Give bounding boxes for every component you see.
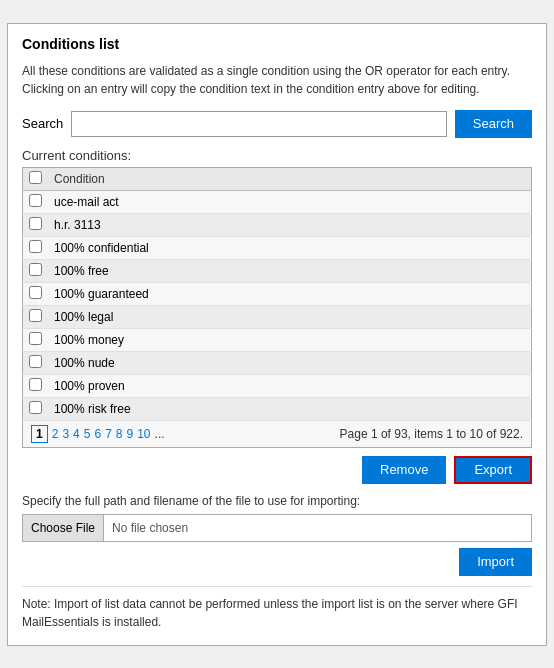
table-row[interactable]: 100% proven: [23, 374, 532, 397]
search-label: Search: [22, 116, 63, 131]
row-checkbox-cell: [23, 351, 49, 374]
condition-cell: 100% guaranteed: [48, 282, 532, 305]
import-file-row: Choose File No file chosen: [22, 514, 532, 542]
description-text: All these conditions are validated as a …: [22, 62, 532, 98]
row-checkbox-cell: [23, 397, 49, 420]
row-checkbox-cell: [23, 213, 49, 236]
page-link[interactable]: 3: [62, 427, 69, 441]
remove-button[interactable]: Remove: [362, 456, 446, 484]
search-input[interactable]: [71, 111, 447, 137]
row-checkbox-cell: [23, 328, 49, 351]
export-button[interactable]: Export: [454, 456, 532, 484]
row-checkbox[interactable]: [29, 378, 42, 391]
active-page[interactable]: 1: [31, 425, 48, 443]
import-label: Specify the full path and filename of th…: [22, 494, 532, 508]
row-checkbox[interactable]: [29, 217, 42, 230]
condition-cell: 100% money: [48, 328, 532, 351]
page-link[interactable]: 2: [52, 427, 59, 441]
window-title: Conditions list: [22, 36, 532, 52]
header-checkbox-cell: [23, 167, 49, 190]
table-row[interactable]: 100% confidential: [23, 236, 532, 259]
condition-cell: 100% risk free: [48, 397, 532, 420]
current-conditions-label: Current conditions:: [22, 148, 532, 163]
note-text: Note: Import of list data cannot be perf…: [22, 586, 532, 631]
row-checkbox[interactable]: [29, 240, 42, 253]
page-link[interactable]: 7: [105, 427, 112, 441]
table-row[interactable]: 100% legal: [23, 305, 532, 328]
row-checkbox-cell: [23, 236, 49, 259]
condition-cell: 100% confidential: [48, 236, 532, 259]
page-info: Page 1 of 93, items 1 to 10 of 922.: [340, 427, 523, 441]
table-row[interactable]: 100% money: [23, 328, 532, 351]
page-link[interactable]: 9: [127, 427, 134, 441]
conditions-list-window: Conditions list All these conditions are…: [7, 23, 547, 646]
condition-cell: 100% free: [48, 259, 532, 282]
table-row[interactable]: uce-mail act: [23, 190, 532, 213]
pagination-row: 12345678910... Page 1 of 93, items 1 to …: [22, 421, 532, 448]
page-link[interactable]: 5: [84, 427, 91, 441]
table-row[interactable]: 100% guaranteed: [23, 282, 532, 305]
condition-cell: uce-mail act: [48, 190, 532, 213]
table-row[interactable]: 100% nude: [23, 351, 532, 374]
pagination-pages: 12345678910...: [31, 425, 165, 443]
conditions-table: Condition uce-mail acth.r. 3113100% conf…: [22, 167, 532, 421]
search-button[interactable]: Search: [455, 110, 532, 138]
row-checkbox-cell: [23, 282, 49, 305]
row-checkbox[interactable]: [29, 332, 42, 345]
row-checkbox-cell: [23, 305, 49, 328]
row-checkbox[interactable]: [29, 263, 42, 276]
row-checkbox-cell: [23, 259, 49, 282]
row-checkbox[interactable]: [29, 355, 42, 368]
condition-cell: 100% legal: [48, 305, 532, 328]
import-button[interactable]: Import: [459, 548, 532, 576]
row-checkbox-cell: [23, 190, 49, 213]
condition-cell: 100% nude: [48, 351, 532, 374]
condition-cell: h.r. 3113: [48, 213, 532, 236]
choose-file-button[interactable]: Choose File: [23, 515, 104, 541]
table-row[interactable]: 100% free: [23, 259, 532, 282]
row-checkbox[interactable]: [29, 309, 42, 322]
page-link[interactable]: 6: [94, 427, 101, 441]
row-checkbox[interactable]: [29, 194, 42, 207]
condition-cell: 100% proven: [48, 374, 532, 397]
row-checkbox-cell: [23, 374, 49, 397]
select-all-checkbox[interactable]: [29, 171, 42, 184]
pagination-ellipsis: ...: [155, 427, 165, 441]
condition-header: Condition: [48, 167, 532, 190]
row-checkbox[interactable]: [29, 286, 42, 299]
page-link[interactable]: 4: [73, 427, 80, 441]
table-row[interactable]: 100% risk free: [23, 397, 532, 420]
row-checkbox[interactable]: [29, 401, 42, 414]
file-chosen-label: No file chosen: [104, 521, 531, 535]
table-row[interactable]: h.r. 3113: [23, 213, 532, 236]
action-row: Remove Export: [22, 456, 532, 484]
search-row: Search Search: [22, 110, 532, 138]
import-btn-row: Import: [22, 548, 532, 576]
page-link[interactable]: 8: [116, 427, 123, 441]
page-link[interactable]: 10: [137, 427, 150, 441]
